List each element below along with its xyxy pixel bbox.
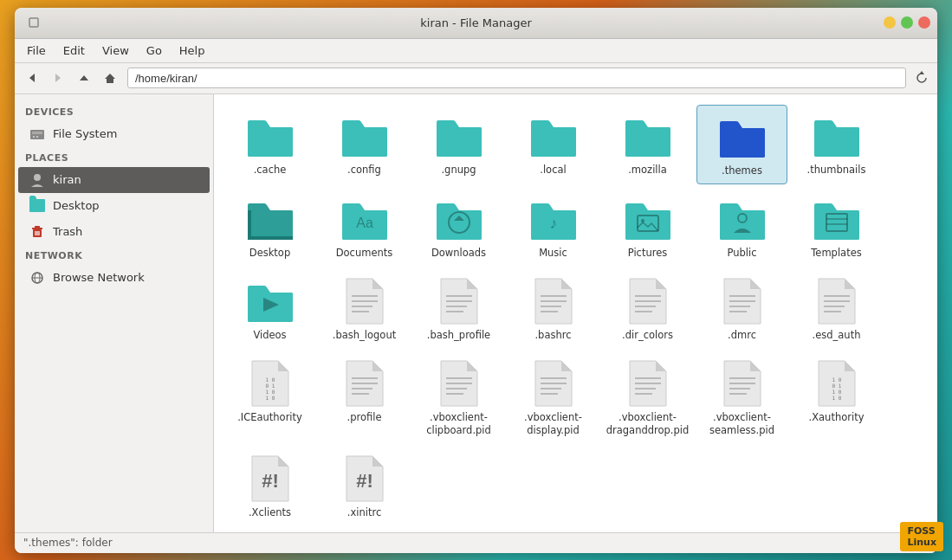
file-item-bash_profile[interactable]: .bash_profile (413, 270, 504, 349)
file-item-vboxclient-drag[interactable]: .vboxclient-draganddrop.pid (602, 352, 693, 444)
file-item-xclients[interactable]: #! .Xclients (224, 447, 315, 526)
file-icon-local (529, 112, 578, 160)
file-name-gnupg: .gnupg (441, 164, 476, 177)
file-name-local: .local (540, 164, 566, 177)
file-item-bash_logout[interactable]: .bash_logout (319, 270, 410, 349)
sidebar-item-kiran[interactable]: kiran (18, 167, 210, 193)
file-item-vboxclient-display[interactable]: .vboxclient-display.pid (508, 352, 599, 444)
close-button[interactable] (918, 16, 930, 29)
file-item-profile[interactable]: .profile (319, 352, 410, 444)
file-item-thumbnails[interactable]: .thumbnails (791, 105, 882, 185)
up-button[interactable] (72, 66, 96, 90)
svg-rect-12 (32, 228, 42, 229)
sidebar-item-filesystem-label: File System (53, 127, 117, 140)
file-item-vboxclient-clipboard[interactable]: .vboxclient-clipboard.pid (413, 352, 504, 444)
file-item-vboxclient-seamless[interactable]: .vboxclient-seamless.pid (696, 352, 787, 444)
file-item-public[interactable]: Public (696, 188, 787, 267)
home-button[interactable] (98, 66, 122, 90)
sidebar-item-trash-label: Trash (53, 225, 82, 238)
file-name-bash_logout: .bash_logout (333, 329, 396, 342)
file-icon-bashrc (529, 277, 578, 325)
file-icon-profile (340, 359, 389, 408)
svg-marker-127 (278, 456, 288, 467)
file-icon-gnupg (435, 112, 483, 160)
file-item-desktop-folder[interactable]: Desktop (224, 188, 315, 267)
file-name-vboxclient-drag: .vboxclient-draganddrop.pid (606, 411, 690, 437)
file-name-dmrc: .dmrc (728, 329, 756, 342)
file-item-xauthority[interactable]: 1 0 0 1 1 0 1 0 .Xauthority (791, 352, 882, 444)
file-item-downloads[interactable]: Downloads (413, 188, 504, 267)
sidebar-item-browse-network[interactable]: Browse Network (18, 265, 210, 291)
reload-button[interactable] (911, 68, 932, 88)
svg-rect-42 (814, 210, 859, 240)
file-name-templates: Templates (811, 247, 861, 260)
file-item-documents[interactable]: Aa Documents (319, 188, 410, 267)
file-name-music: Music (539, 247, 567, 260)
file-item-esd_auth[interactable]: .esd_auth (791, 270, 882, 349)
file-item-templates[interactable]: Templates (791, 188, 882, 267)
svg-rect-21 (342, 127, 387, 157)
svg-marker-109 (656, 361, 666, 371)
back-button[interactable] (20, 66, 44, 90)
file-name-xauthority: .Xauthority (809, 411, 865, 424)
menu-view[interactable]: View (94, 41, 138, 61)
file-item-xinitrc[interactable]: #! .xinitrc (319, 447, 410, 526)
svg-marker-97 (467, 361, 477, 371)
file-manager-window: kiran - File Manager File Edit View Go H… (15, 8, 937, 553)
file-item-iceauthority[interactable]: 1 0 0 1 1 0 1 0 .ICEauthority (224, 352, 315, 444)
maximize-button[interactable] (901, 16, 913, 29)
network-icon (29, 269, 46, 286)
sidebar-item-desktop[interactable]: Desktop (18, 193, 210, 219)
menu-go[interactable]: Go (138, 41, 171, 61)
kiran-icon (29, 171, 46, 189)
file-item-config[interactable]: .config (319, 105, 410, 185)
menu-edit[interactable]: Edit (55, 41, 94, 61)
file-item-themes[interactable]: .themes (696, 105, 787, 185)
svg-text:#!: #! (262, 470, 279, 492)
file-item-pictures[interactable]: Pictures (602, 188, 693, 267)
menu-help[interactable]: Help (171, 41, 214, 61)
places-header: PLACES (15, 147, 213, 167)
svg-marker-73 (750, 279, 761, 289)
file-name-downloads: Downloads (431, 247, 486, 260)
file-icon-desktop-folder (246, 195, 295, 243)
restore-icon[interactable] (22, 10, 46, 35)
file-icon-vboxclient-seamless (718, 359, 767, 408)
toolbar (15, 63, 937, 94)
file-item-cache[interactable]: .cache (224, 105, 315, 185)
file-icon-esd_auth (813, 277, 861, 325)
sidebar: DEVICES File System PLACES (15, 94, 214, 532)
svg-marker-2 (55, 74, 61, 82)
sidebar-item-filesystem[interactable]: File System (18, 121, 210, 147)
svg-rect-28 (248, 210, 251, 240)
menu-file[interactable]: File (18, 41, 55, 61)
forward-button[interactable] (46, 66, 70, 90)
file-grid: .cache .config .gnupg .local .mozilla .t… (214, 94, 937, 532)
svg-text:1 0: 1 0 (265, 389, 275, 395)
file-name-iceauthority: .ICEauthority (237, 411, 302, 424)
minimize-button[interactable] (884, 16, 896, 29)
file-icon-thumbnails (813, 112, 861, 160)
file-item-gnupg[interactable]: .gnupg (413, 105, 504, 185)
file-item-dmrc[interactable]: .dmrc (696, 270, 787, 349)
address-bar[interactable] (127, 68, 906, 88)
svg-text:1 0: 1 0 (832, 377, 841, 383)
svg-rect-13 (35, 226, 40, 228)
file-icon-mozilla (624, 112, 672, 160)
file-item-mozilla[interactable]: .mozilla (602, 105, 693, 185)
file-item-local[interactable]: .local (508, 105, 599, 185)
svg-marker-5 (919, 71, 924, 74)
svg-marker-103 (561, 361, 572, 371)
svg-rect-0 (29, 18, 38, 27)
file-item-dir_colors[interactable]: .dir_colors (602, 270, 693, 349)
file-name-xclients: .Xclients (249, 506, 291, 519)
file-item-music[interactable]: ♪ Music (508, 188, 599, 267)
file-name-desktop-folder: Desktop (249, 247, 290, 260)
file-item-videos[interactable]: Videos (224, 270, 315, 349)
svg-rect-29 (248, 236, 293, 240)
svg-text:#!: #! (356, 470, 373, 492)
file-name-videos: Videos (253, 329, 286, 342)
sidebar-item-trash[interactable]: Trash (18, 219, 210, 245)
svg-text:1 0: 1 0 (265, 377, 275, 383)
file-item-bashrc[interactable]: .bashrc (508, 270, 599, 349)
